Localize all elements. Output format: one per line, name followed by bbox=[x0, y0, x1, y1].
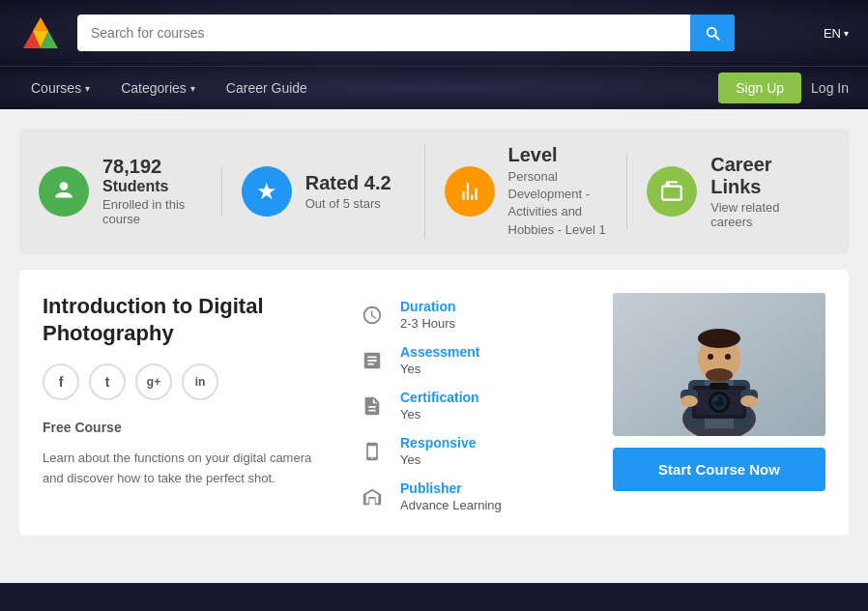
social-icons: f t g+ in bbox=[43, 364, 334, 400]
twitter-button[interactable]: t bbox=[89, 364, 126, 400]
facebook-button[interactable]: f bbox=[43, 364, 79, 400]
rating-sub: Out of 5 stars bbox=[305, 196, 391, 211]
student-icon bbox=[39, 166, 89, 217]
students-sub: Enrolled in this course bbox=[102, 197, 212, 226]
clock-icon bbox=[358, 301, 387, 330]
meta-responsive: Responsive Yes bbox=[358, 435, 590, 467]
stat-career: Career Links View related careers bbox=[626, 154, 829, 229]
publisher-title: Publisher bbox=[400, 480, 502, 496]
nav-item-career-guide[interactable]: Career Guide bbox=[215, 67, 319, 109]
meta-publisher: Publisher Advance Learning bbox=[358, 480, 590, 512]
svg-point-10 bbox=[698, 329, 740, 348]
course-title: Introduction to Digital Photography bbox=[43, 293, 334, 348]
chevron-down-icon: ▾ bbox=[190, 83, 195, 94]
meta-assessment: Assessment Yes bbox=[358, 344, 590, 376]
google-plus-button[interactable]: g+ bbox=[135, 364, 172, 400]
free-label: Free Course bbox=[43, 420, 334, 435]
certification-value: Yes bbox=[400, 407, 479, 422]
stat-rating: ★ Rated 4.2 Out of 5 stars bbox=[221, 166, 424, 217]
responsive-title: Responsive bbox=[400, 435, 477, 451]
meta-certification: Certification Yes bbox=[358, 390, 590, 422]
signup-button[interactable]: Sign Up bbox=[718, 73, 801, 103]
career-value: Career Links bbox=[710, 154, 820, 198]
assessment-title: Assessment bbox=[400, 344, 480, 360]
nav-bar: Courses ▾ Categories ▾ Career Guide Sign… bbox=[0, 66, 868, 109]
students-title: Students bbox=[102, 178, 212, 195]
assessment-value: Yes bbox=[400, 362, 480, 376]
level-sub: Personal Development - Activities and Ho… bbox=[508, 168, 618, 239]
svg-point-12 bbox=[708, 354, 713, 360]
course-card: Introduction to Digital Photography f t … bbox=[19, 270, 849, 536]
course-left: Introduction to Digital Photography f t … bbox=[43, 293, 334, 512]
course-image-section: Start Course Now bbox=[613, 293, 825, 512]
language-label: EN bbox=[824, 26, 841, 41]
header: EN ▾ bbox=[0, 0, 868, 66]
main-content: 78,192 Students Enrolled in this course … bbox=[0, 109, 868, 583]
publisher-value: Advance Learning bbox=[400, 498, 502, 512]
responsive-icon bbox=[358, 437, 387, 466]
meta-duration: Duration 2-3 Hours bbox=[358, 299, 590, 331]
certification-icon bbox=[358, 392, 387, 421]
stat-students: 78,192 Students Enrolled in this course bbox=[39, 156, 221, 226]
stat-level: Level Personal Development - Activities … bbox=[424, 144, 627, 239]
nav-item-courses[interactable]: Courses ▾ bbox=[19, 67, 101, 109]
assessment-icon bbox=[358, 346, 387, 375]
course-meta: Duration 2-3 Hours Assessment Yes bbox=[358, 293, 590, 512]
course-description: Learn about the functions on your digita… bbox=[43, 449, 334, 489]
stats-bar: 78,192 Students Enrolled in this course … bbox=[19, 129, 849, 254]
career-sub: View related careers bbox=[710, 200, 820, 229]
svg-point-19 bbox=[714, 397, 718, 401]
students-value: 78,192 bbox=[102, 156, 212, 178]
search-bar bbox=[77, 15, 735, 51]
photographer-image bbox=[613, 293, 825, 436]
login-button[interactable]: Log In bbox=[811, 80, 849, 96]
chevron-down-icon: ▾ bbox=[844, 28, 849, 39]
nav-right: Sign Up Log In bbox=[718, 73, 849, 103]
search-button[interactable] bbox=[690, 15, 735, 51]
svg-marker-2 bbox=[33, 17, 48, 31]
publisher-icon bbox=[358, 482, 387, 511]
certification-title: Certification bbox=[400, 390, 479, 405]
chart-icon bbox=[445, 166, 495, 217]
duration-title: Duration bbox=[400, 299, 456, 314]
svg-point-11 bbox=[706, 368, 733, 382]
search-icon bbox=[704, 24, 721, 42]
course-thumbnail bbox=[613, 293, 825, 436]
language-selector[interactable]: EN ▾ bbox=[824, 26, 849, 41]
start-course-button[interactable]: Start Course Now bbox=[613, 448, 825, 491]
svg-point-24 bbox=[740, 395, 758, 407]
svg-rect-20 bbox=[709, 383, 729, 390]
duration-value: 2-3 Hours bbox=[400, 316, 456, 331]
logo bbox=[19, 10, 62, 56]
level-value: Level bbox=[508, 144, 618, 166]
svg-point-23 bbox=[680, 395, 698, 407]
responsive-value: Yes bbox=[400, 452, 477, 467]
chevron-down-icon: ▾ bbox=[85, 83, 90, 94]
search-input[interactable] bbox=[77, 15, 690, 50]
briefcase-icon bbox=[647, 166, 697, 217]
nav-item-categories[interactable]: Categories ▾ bbox=[109, 67, 207, 109]
linkedin-button[interactable]: in bbox=[182, 364, 218, 400]
star-icon: ★ bbox=[242, 166, 292, 217]
rating-value: Rated 4.2 bbox=[305, 172, 391, 194]
svg-point-13 bbox=[725, 354, 731, 360]
